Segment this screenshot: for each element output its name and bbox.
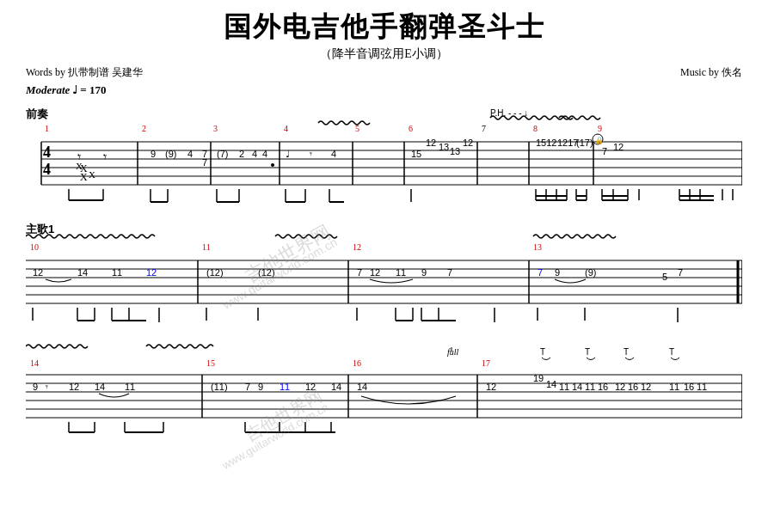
v-9p: (9) xyxy=(585,267,596,278)
n-12b: 12 xyxy=(463,138,473,148)
s-9a: 9 xyxy=(33,382,38,392)
meas-17: 17 xyxy=(482,358,490,368)
meas-16: 16 xyxy=(353,358,361,368)
meas-12: 12 xyxy=(353,242,361,252)
s-14a: 14 xyxy=(95,382,105,392)
n-12c: 12 xyxy=(613,142,624,152)
v-12p2: (12) xyxy=(258,267,275,278)
x-note-2: X xyxy=(80,171,88,183)
meas-11: 11 xyxy=(202,242,211,252)
s-14d: 14 xyxy=(546,379,556,389)
s-12d: 12 xyxy=(615,382,625,392)
n-12a: 12 xyxy=(426,138,436,148)
bracket-sym: X xyxy=(76,161,83,171)
s-16c: 16 xyxy=(684,382,694,392)
measure-2: 2 xyxy=(142,124,146,133)
vibrato-1 xyxy=(318,121,370,125)
words-credit: Words by 扒带制谱 吴建华 xyxy=(26,65,143,80)
v-7b: 7 xyxy=(447,267,452,278)
prelude-label: 前奏 xyxy=(26,107,49,120)
tempo-note: ♩ xyxy=(72,83,77,96)
tempo-label: Moderate xyxy=(26,83,70,96)
prelude-section: 前奏 P.H. - - - ↓ 1 2 3 4 5 6 7 8 9 xyxy=(26,99,742,211)
verse2-section: full T T T T 14 15 16 17 xyxy=(26,336,742,435)
slur-3 xyxy=(555,279,586,283)
v-12p: (12) xyxy=(206,267,224,278)
wavy-v2 xyxy=(275,235,337,238)
slur-2 xyxy=(370,279,413,283)
measure-7: 7 xyxy=(482,124,486,133)
measure-9: 9 xyxy=(598,124,602,133)
verse2-staff: full T T T T 14 15 16 17 xyxy=(26,336,742,435)
tempo-bpm: = 170 xyxy=(80,83,106,96)
main-title: 国外电吉他手翻弹圣斗士 xyxy=(26,9,742,46)
title-section: 国外电吉他手翻弹圣斗士 （降半音调弦用E小调） xyxy=(26,9,742,62)
n-7p: (7) xyxy=(217,149,228,159)
t-ann-3: T xyxy=(624,347,629,357)
s-11e: 11 xyxy=(669,382,679,392)
s-9b: 9 xyxy=(258,382,263,392)
n-1512: 1512 xyxy=(536,138,556,148)
meas-14: 14 xyxy=(30,358,39,368)
ph-annotation: P.H. - - - ↓ xyxy=(490,108,528,118)
measure-6: 6 xyxy=(409,124,413,133)
s-14c: 14 xyxy=(357,382,367,392)
wavy-s1 xyxy=(26,345,88,348)
n-4-6: 4 xyxy=(331,149,336,159)
n-4-1: 4 xyxy=(187,149,193,159)
v-14a: 14 xyxy=(77,267,88,278)
s-14b: 14 xyxy=(331,382,341,392)
s-14e: 14 xyxy=(572,382,582,392)
s-12e: 12 xyxy=(641,382,651,392)
meas-15: 15 xyxy=(206,358,215,368)
v-5: 5 xyxy=(662,272,667,282)
v-7d: 7 xyxy=(678,267,683,278)
n-2: 2 xyxy=(239,149,244,159)
verse1-label: 主歌1 xyxy=(26,223,54,235)
s-11a: 11 xyxy=(125,382,135,392)
n-13b: 13 xyxy=(450,146,460,156)
meas-13: 13 xyxy=(533,242,542,252)
n-1217: 1217 xyxy=(557,138,578,148)
bracket-sym2: X xyxy=(89,169,95,180)
credits-row: Words by 扒带制谱 吴建华 Music by 佚名 xyxy=(26,65,742,80)
page: 国外电吉他手翻弹圣斗士 （降半音调弦用E小调） Words by 扒带制谱 吴建… xyxy=(0,0,768,532)
measure-8: 8 xyxy=(533,124,538,133)
t-curve-3 xyxy=(625,358,634,360)
n-4-4: ♩ xyxy=(286,149,290,159)
t-ann-4: T xyxy=(669,347,674,357)
time-sig-top: 4 xyxy=(43,144,51,161)
measure-5: 5 xyxy=(355,124,359,133)
s-12c: 12 xyxy=(486,382,496,392)
n-9: 9 xyxy=(151,149,156,159)
dot-1 xyxy=(271,163,274,167)
v-11a: 11 xyxy=(112,267,122,278)
s-11b: 11 xyxy=(280,382,290,392)
measure-3: 3 xyxy=(213,124,218,133)
verse1-section: 主歌1 10 11 12 13 12 xyxy=(26,217,742,329)
t-curve-4 xyxy=(671,358,679,360)
s-16a: 16 xyxy=(598,382,608,392)
v-7c: 7 xyxy=(538,267,543,278)
s-11f: 11 xyxy=(697,382,707,392)
prelude-staff: 前奏 P.H. - - - ↓ 1 2 3 4 5 6 7 8 9 xyxy=(26,99,742,211)
s-11p: (11) xyxy=(211,382,228,392)
v-12a: 12 xyxy=(33,267,43,278)
wavy-v3 xyxy=(533,235,616,238)
subtitle: （降半音调弦用E小调） xyxy=(26,46,742,62)
s-7a: 7 xyxy=(245,382,250,392)
meas-10: 10 xyxy=(30,242,39,252)
s-12a: 12 xyxy=(69,382,79,392)
t-ann-1: T xyxy=(540,347,545,357)
t-curve-1 xyxy=(542,358,550,360)
v-12c: 12 xyxy=(370,267,380,278)
n-13a: 13 xyxy=(439,142,449,152)
n-17p: (17) xyxy=(576,138,593,148)
s-11c: 11 xyxy=(559,382,569,392)
tempo-row: Moderate ♩ = 170 xyxy=(26,83,742,97)
wavy-s2 xyxy=(146,345,213,348)
s-12b: 12 xyxy=(305,382,316,392)
t-curve-2 xyxy=(587,358,595,360)
measure-1: 1 xyxy=(45,124,49,133)
music-credit: Music by 佚名 xyxy=(680,65,742,80)
